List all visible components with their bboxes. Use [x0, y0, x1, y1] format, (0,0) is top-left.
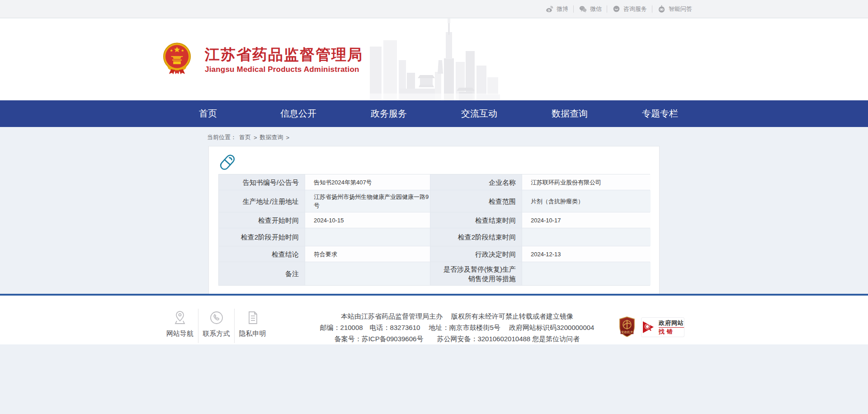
site-map-icon — [172, 310, 188, 326]
row-label: 检查开始时间 — [219, 212, 305, 228]
consult-service-link[interactable]: 咨询服务 — [607, 5, 652, 13]
smart-qa-link[interactable]: 智能问答 — [652, 5, 697, 13]
national-emblem-logo — [162, 42, 192, 75]
pill-icon — [220, 153, 235, 172]
record-table: 告知书编号/公告号 告知书2024年第407号 企业名称 江苏联环药业股份有限公… — [218, 174, 650, 286]
nav-item-special-topics[interactable]: 专题专栏 — [615, 100, 705, 127]
footer-line-contact: 邮编：210008 电话：83273610 地址：南京市鼓楼街5号 政府网站标识… — [319, 322, 595, 333]
row-value — [305, 228, 430, 246]
row-label: 是否涉及暂停(恢复)生产销售使用等措施 — [430, 262, 522, 285]
table-row: 生产地址/注册地址 江苏省扬州市扬州生物健康产业园健康一路9号 检查范围 片剂（… — [219, 190, 650, 212]
row-label: 检查结束时间 — [430, 212, 522, 228]
privacy-label: 隐私申明 — [239, 329, 266, 338]
site-map-label: 网站导航 — [166, 329, 193, 338]
breadcrumb: 当前位置： 首页 > 数据查询 > — [207, 133, 289, 141]
row-label: 检查2阶段结束时间 — [430, 228, 522, 246]
breadcrumb-home-link[interactable]: 首页 — [239, 133, 251, 141]
wechat-link[interactable]: 微信 — [573, 5, 607, 13]
main-nav: 首页 信息公开 政务服务 交流互动 数据查询 专题专栏 — [0, 100, 868, 127]
row-label: 检查结论 — [219, 246, 305, 262]
wechat-label: 微信 — [590, 5, 602, 13]
svg-text:党政机关: 党政机关 — [621, 330, 633, 334]
row-value: 片剂（含抗肿瘤类） — [522, 190, 651, 212]
row-value: 江苏联环药业股份有限公司 — [522, 174, 651, 190]
row-value — [305, 262, 430, 285]
phone-icon — [208, 310, 225, 326]
weibo-label: 微博 — [557, 5, 568, 13]
row-label: 检查范围 — [430, 190, 522, 212]
topbar: 微博 微信 咨询服务 智能问答 — [0, 0, 868, 18]
contact-label: 联系方式 — [203, 329, 230, 338]
nav-item-interaction[interactable]: 交流互动 — [434, 100, 524, 127]
nav-item-home[interactable]: 首页 — [163, 100, 253, 127]
row-value: 符合要求 — [305, 246, 430, 262]
row-value — [522, 228, 651, 246]
breadcrumb-separator: > — [254, 134, 257, 141]
gov-site-label: 政府网站 — [659, 320, 684, 326]
row-label: 企业名称 — [430, 174, 522, 190]
topbar-links: 微博 微信 咨询服务 智能问答 — [540, 0, 697, 18]
row-value: 2024-12-13 — [522, 246, 651, 262]
site-brand: 江苏省药品监督管理局 Jiangsu Medical Products Admi… — [205, 46, 363, 74]
row-value: 2024-10-17 — [522, 212, 651, 228]
privacy-icon — [245, 310, 261, 326]
gov-site-find-error-badge[interactable]: 政府网站 找错 — [642, 318, 684, 337]
footer-text: 本站由江苏省药品监督管理局主办 版权所有未经许可禁止转载或者建立镜像 邮编：21… — [319, 310, 595, 344]
row-label: 生产地址/注册地址 — [219, 190, 305, 212]
row-value: 2024-10-15 — [305, 212, 430, 228]
footer-badges: 党政机关 政府网站 找错 — [618, 316, 684, 337]
weibo-icon — [545, 5, 554, 14]
consult-service-label: 咨询服务 — [623, 5, 647, 13]
find-error-magnifier-icon — [642, 320, 657, 335]
row-label: 备注 — [219, 262, 305, 285]
party-gov-badge[interactable]: 党政机关 — [618, 316, 636, 337]
breadcrumb-prefix: 当前位置： — [207, 133, 236, 141]
nav-item-info-disclosure[interactable]: 信息公开 — [253, 100, 344, 127]
table-row: 检查2阶段开始时间 检查2阶段结束时间 — [219, 228, 650, 246]
smart-qa-icon — [657, 5, 666, 14]
footer: 网站导航 联系方式 隐私申明 — [0, 296, 868, 344]
skyline-decoration — [366, 19, 502, 103]
table-row: 检查结论 符合要求 行政决定时间 2024-12-13 — [219, 246, 650, 262]
site-title: 江苏省药品监督管理局 — [205, 46, 363, 64]
wechat-icon — [579, 5, 587, 14]
find-error-label: 找错 — [659, 327, 684, 335]
nav-item-gov-services[interactable]: 政务服务 — [344, 100, 434, 127]
consult-service-icon — [612, 5, 621, 14]
smart-qa-label: 智能问答 — [669, 5, 692, 13]
footer-line-host: 本站由江苏省药品监督管理局主办 版权所有未经许可禁止转载或者建立镜像 — [319, 310, 595, 322]
row-value: 江苏省扬州市扬州生物健康产业园健康一路9号 — [305, 190, 430, 212]
record-card: 告知书编号/公告号 告知书2024年第407号 企业名称 江苏联环药业股份有限公… — [208, 146, 660, 294]
row-label: 检查2阶段开始时间 — [219, 228, 305, 246]
table-row: 备注 是否涉及暂停(恢复)生产销售使用等措施 — [219, 262, 650, 285]
site-map-link[interactable]: 网站导航 — [162, 309, 198, 343]
row-label: 告知书编号/公告号 — [219, 174, 305, 190]
nav-item-data-query[interactable]: 数据查询 — [524, 100, 615, 127]
table-row: 告知书编号/公告号 告知书2024年第407号 企业名称 江苏联环药业股份有限公… — [219, 174, 650, 190]
breadcrumb-section-link[interactable]: 数据查询 — [260, 133, 283, 141]
breadcrumb-separator: > — [286, 134, 290, 141]
row-value — [522, 262, 651, 285]
row-label: 行政决定时间 — [430, 246, 522, 262]
footer-links: 网站导航 联系方式 隐私申明 — [162, 309, 270, 343]
site-subtitle: Jiangsu Medical Products Administration — [205, 65, 363, 74]
table-row: 检查开始时间 2024-10-15 检查结束时间 2024-10-17 — [219, 212, 650, 228]
privacy-link[interactable]: 隐私申明 — [234, 309, 270, 343]
weibo-link[interactable]: 微博 — [540, 5, 573, 13]
row-value: 告知书2024年第407号 — [305, 174, 430, 190]
site-header: 江苏省药品监督管理局 Jiangsu Medical Products Admi… — [0, 19, 868, 100]
footer-line-icp: 备案号：苏ICP备09039606号 苏公网安备：32010602010488 … — [319, 333, 595, 344]
contact-link[interactable]: 联系方式 — [198, 309, 234, 343]
